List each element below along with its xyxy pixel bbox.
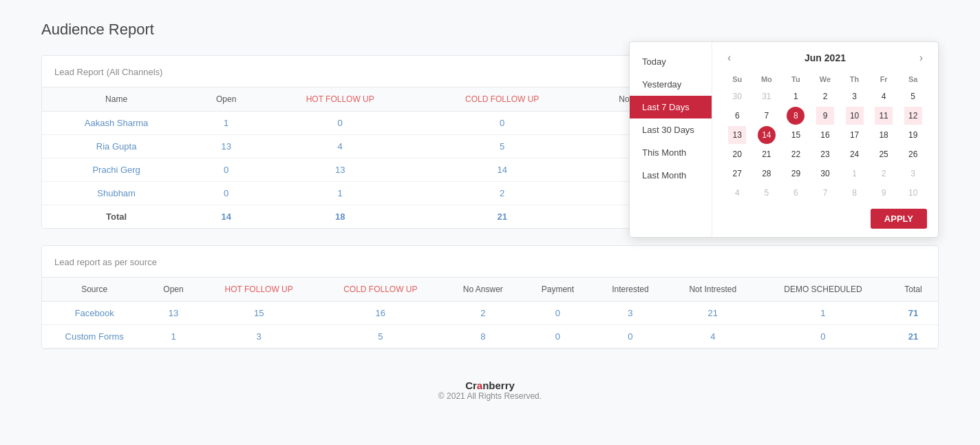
cal-day[interactable]: 8 [782, 107, 810, 125]
cal-day[interactable]: 21 [753, 145, 781, 163]
cal-day[interactable]: 22 [782, 145, 810, 163]
cal-day[interactable]: 3 [840, 87, 869, 105]
cal-day[interactable]: 24 [840, 145, 869, 163]
cal-day[interactable]: 20 [723, 145, 752, 163]
cal-day[interactable]: 23 [811, 145, 840, 163]
cal-day[interactable]: 30 [811, 165, 840, 183]
src-col-source: Source [42, 278, 147, 302]
row-hot: 4 [262, 135, 418, 158]
cal-day[interactable]: 2 [870, 165, 898, 183]
col-name: Name [42, 87, 191, 112]
cal-day[interactable]: 19 [899, 126, 927, 144]
cal-day[interactable]: 10 [840, 107, 869, 125]
cal-day[interactable]: 8 [840, 184, 869, 202]
datepicker-calendar: ‹ Jun 2021 › SuMoTuWeThFrSa3031123456789… [712, 42, 938, 237]
cal-day[interactable]: 4 [723, 184, 752, 202]
src-row-cold: 16 [318, 302, 443, 325]
datepicker-popup: Today Yesterday Last 7 Days Last 30 Days… [629, 41, 939, 238]
cal-prev-button[interactable]: ‹ [723, 50, 735, 65]
src-row-interested: 0 [593, 325, 668, 349]
cal-day[interactable]: 17 [840, 126, 869, 144]
preset-yesterday[interactable]: Yesterday [630, 73, 712, 96]
cal-day-header: Su [723, 72, 752, 86]
col-open: Open [191, 87, 262, 112]
src-row-interested: 3 [593, 302, 668, 325]
src-row-not-interested: 21 [668, 302, 758, 325]
row-hot: 0 [262, 112, 418, 135]
cal-day-header: Fr [870, 72, 898, 86]
src-row-no-answer: 2 [443, 302, 523, 325]
cal-day-header: We [811, 72, 840, 86]
src-col-payment: Payment [523, 278, 593, 302]
cal-day[interactable]: 5 [753, 184, 781, 202]
cal-day[interactable]: 10 [899, 184, 927, 202]
cal-day[interactable]: 29 [782, 165, 810, 183]
src-col-no-answer: No Answer [443, 278, 523, 302]
src-row-total: 71 [888, 302, 938, 325]
cal-day[interactable]: 6 [782, 184, 810, 202]
cal-day[interactable]: 3 [899, 165, 927, 183]
cal-day[interactable]: 5 [899, 87, 927, 105]
cal-day[interactable]: 27 [723, 165, 752, 183]
cal-day-header: Sa [899, 72, 927, 86]
cal-day[interactable]: 9 [811, 107, 840, 125]
row-hot: 13 [262, 158, 418, 182]
cal-day[interactable]: 1 [840, 165, 869, 183]
row-name[interactable]: Ria Gupta [42, 135, 191, 158]
cal-day[interactable]: 15 [782, 126, 810, 144]
src-col-open: Open [147, 278, 200, 302]
cal-day[interactable]: 4 [870, 87, 898, 105]
row-open: 13 [191, 135, 262, 158]
apply-button[interactable]: APPLY [871, 209, 927, 229]
preset-last30days[interactable]: Last 30 Days [630, 118, 712, 141]
cal-day[interactable]: 12 [899, 107, 927, 125]
row-open: 1 [191, 112, 262, 135]
cal-day-header: Tu [782, 72, 810, 86]
cal-day[interactable]: 25 [870, 145, 898, 163]
copyright: © 2021 All Rights Reserved. [55, 391, 925, 401]
cal-day[interactable]: 7 [811, 184, 840, 202]
cal-day[interactable]: 14 [753, 126, 781, 144]
cal-day[interactable]: 26 [899, 145, 927, 163]
row-cold: 2 [418, 182, 586, 205]
total-label: Total [42, 205, 191, 229]
cal-next-button[interactable]: › [915, 50, 927, 65]
src-row-demo: 1 [758, 302, 888, 325]
preset-last7days[interactable]: Last 7 Days [630, 96, 712, 118]
preset-today[interactable]: Today [630, 50, 712, 73]
preset-this-month[interactable]: This Month [630, 141, 712, 164]
preset-last-month[interactable]: Last Month [630, 164, 712, 187]
row-name[interactable]: Prachi Gerg [42, 158, 191, 182]
src-col-interested: Interested [593, 278, 668, 302]
src-row-cold: 5 [318, 325, 443, 349]
src-row-source[interactable]: Custom Forms [42, 325, 147, 349]
row-name[interactable]: Aakash Sharma [42, 112, 191, 135]
cal-day[interactable]: 30 [723, 87, 752, 105]
lead-source-row: Facebook 13 15 16 2 0 3 21 1 71 [42, 302, 938, 325]
total-open: 14 [191, 205, 262, 229]
cal-day[interactable]: 11 [870, 107, 898, 125]
cal-day[interactable]: 1 [782, 87, 810, 105]
src-row-demo: 0 [758, 325, 888, 349]
cal-day[interactable]: 18 [870, 126, 898, 144]
cal-day[interactable]: 2 [811, 87, 840, 105]
row-name[interactable]: Shubham [42, 182, 191, 205]
cal-day[interactable]: 9 [870, 184, 898, 202]
src-col-total: Total [888, 278, 938, 302]
cal-day[interactable]: 31 [753, 87, 781, 105]
src-col-cold: COLD FOLLOW UP [318, 278, 443, 302]
cal-day-header: Th [840, 72, 869, 86]
cal-grid: SuMoTuWeThFrSa30311234567891011121314151… [723, 72, 927, 202]
cal-day[interactable]: 7 [753, 107, 781, 125]
footer: Cranberry © 2021 All Rights Reserved. [41, 366, 939, 415]
col-cold: COLD FOLLOW UP [418, 87, 586, 112]
cal-day[interactable]: 28 [753, 165, 781, 183]
cal-day[interactable]: 16 [811, 126, 840, 144]
src-row-source[interactable]: Facebook [42, 302, 147, 325]
row-cold: 14 [418, 158, 586, 182]
cal-day[interactable]: 6 [723, 107, 752, 125]
src-col-hot: HOT FOLLOW UP [200, 278, 318, 302]
cal-day[interactable]: 13 [723, 126, 752, 144]
row-hot: 1 [262, 182, 418, 205]
src-row-open: 13 [147, 302, 200, 325]
